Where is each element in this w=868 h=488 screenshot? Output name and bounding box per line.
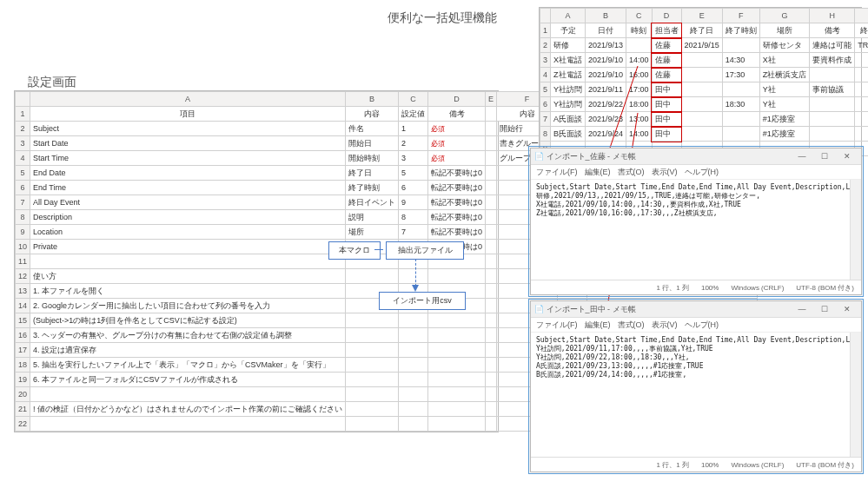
- cell[interactable]: Subject: [30, 122, 346, 136]
- cell[interactable]: [855, 127, 868, 142]
- text-area[interactable]: Subject,Start Date,Start Time,End Date,E…: [531, 333, 861, 457]
- header-cell[interactable]: 担当者: [652, 23, 681, 38]
- cell[interactable]: Y社訪問: [551, 97, 586, 112]
- cell[interactable]: [486, 151, 497, 166]
- column-header[interactable]: G: [759, 9, 810, 23]
- cell[interactable]: 13:00: [626, 112, 653, 127]
- cell[interactable]: 必須: [428, 136, 486, 151]
- cell[interactable]: [855, 53, 868, 68]
- header-cell[interactable]: 場所: [759, 23, 810, 38]
- row-header[interactable]: 2: [16, 122, 30, 136]
- column-header[interactable]: A: [30, 92, 346, 107]
- cell[interactable]: 2021/9/10: [586, 53, 626, 68]
- menu-view[interactable]: 表示(V): [652, 167, 678, 178]
- menu-file[interactable]: ファイル(F): [536, 167, 578, 178]
- row-header[interactable]: 9: [16, 225, 30, 240]
- header-cell[interactable]: 項目: [30, 107, 346, 122]
- header-cell[interactable]: 日付: [586, 23, 626, 38]
- cell[interactable]: [486, 417, 497, 432]
- menubar[interactable]: ファイル(F) 編集(E) 書式(O) 表示(V) ヘルプ(H): [531, 165, 861, 180]
- cell[interactable]: X社電話: [551, 53, 586, 68]
- row-header[interactable]: 19: [16, 373, 30, 387]
- column-header[interactable]: D: [652, 9, 681, 23]
- cell[interactable]: Y社: [759, 82, 810, 97]
- cell[interactable]: 14:00: [626, 53, 653, 68]
- data-spreadsheet[interactable]: ABCDEFGHIJK1予定日付時刻担当者終了日終了時刻場所備考終日非公開2研修…: [539, 7, 862, 157]
- cell[interactable]: [486, 358, 497, 373]
- column-header[interactable]: B: [586, 9, 626, 23]
- column-header[interactable]: B: [346, 92, 399, 107]
- cell[interactable]: [486, 181, 497, 195]
- cell[interactable]: [399, 358, 428, 373]
- cell[interactable]: 2021/9/15: [681, 38, 722, 53]
- cell[interactable]: [346, 387, 399, 402]
- row-header[interactable]: 1: [16, 107, 30, 122]
- cell[interactable]: [681, 97, 722, 112]
- cell[interactable]: [399, 373, 428, 387]
- cell[interactable]: [810, 68, 855, 82]
- menu-format[interactable]: 書式(O): [618, 320, 645, 331]
- cell[interactable]: [399, 417, 428, 432]
- cell[interactable]: [30, 387, 346, 402]
- row-header[interactable]: 6: [16, 181, 30, 195]
- row-header[interactable]: 11: [16, 254, 30, 269]
- cell[interactable]: 2021/9/23: [586, 112, 626, 127]
- row-header[interactable]: 8: [540, 127, 551, 142]
- cell[interactable]: 5. 抽出を実行したいファイル上で「表示」「マクロ」から「CSVMaker」を「…: [30, 358, 346, 373]
- row-header[interactable]: 18: [16, 358, 30, 373]
- cell[interactable]: [486, 225, 497, 240]
- cell[interactable]: TRUE: [855, 38, 868, 53]
- cell[interactable]: 2021/9/24: [586, 127, 626, 142]
- cell[interactable]: 2. Googleカレンダー用に抽出したい項目に合わせて列の番号を入力: [30, 299, 346, 313]
- cell[interactable]: 17:00: [626, 82, 653, 97]
- cell[interactable]: Location: [30, 225, 346, 240]
- row-header[interactable]: 13: [16, 284, 30, 299]
- cell[interactable]: 2021/9/10: [586, 68, 626, 82]
- maximize-button[interactable]: ☐: [814, 150, 835, 162]
- row-header[interactable]: 4: [540, 68, 551, 82]
- cell[interactable]: [399, 387, 428, 402]
- row-header[interactable]: 5: [540, 82, 551, 97]
- cell[interactable]: 佐藤: [652, 68, 681, 82]
- cell[interactable]: Start Time: [30, 151, 346, 166]
- cell[interactable]: [722, 112, 759, 127]
- scrollbar-vertical[interactable]: [850, 180, 861, 280]
- cell[interactable]: 転記不要時は0: [428, 225, 486, 240]
- row-header[interactable]: 20: [16, 387, 30, 402]
- cell[interactable]: 2: [399, 136, 428, 151]
- cell[interactable]: ! 値の検証（日付かどうかなど）はされませんのでインポート作業の前にご確認くださ…: [30, 402, 346, 417]
- cell[interactable]: 開始時刻: [346, 151, 399, 166]
- row-header[interactable]: 12: [16, 269, 30, 284]
- cell[interactable]: 開始日: [346, 136, 399, 151]
- menu-edit[interactable]: 編集(E): [585, 320, 611, 331]
- header-cell[interactable]: 予定: [551, 23, 586, 38]
- close-button[interactable]: ✕: [837, 150, 858, 162]
- cell[interactable]: 2021/9/22: [586, 97, 626, 112]
- cell[interactable]: [428, 402, 486, 417]
- titlebar[interactable]: 📄 インポート_田中 - メモ帳 — ☐ ✕: [531, 301, 861, 318]
- cell[interactable]: End Date: [30, 166, 346, 181]
- cell[interactable]: 8: [399, 210, 428, 225]
- cell[interactable]: Y社訪問: [551, 82, 586, 97]
- cell[interactable]: 18:00: [626, 97, 653, 112]
- cell[interactable]: [855, 68, 868, 82]
- column-header[interactable]: I: [855, 9, 868, 23]
- cell[interactable]: [486, 210, 497, 225]
- row-header[interactable]: 16: [16, 328, 30, 343]
- cell[interactable]: [486, 402, 497, 417]
- cell[interactable]: [681, 112, 722, 127]
- cell[interactable]: 田中: [652, 112, 681, 127]
- cell[interactable]: 6: [399, 181, 428, 195]
- cell[interactable]: B氏面談: [551, 127, 586, 142]
- cell[interactable]: [681, 53, 722, 68]
- menu-help[interactable]: ヘルプ(H): [685, 320, 719, 331]
- cell[interactable]: 転記不要時は0: [428, 195, 486, 210]
- cell[interactable]: #1応接室: [759, 127, 810, 142]
- titlebar[interactable]: 📄 インポート_佐藤 - メモ帳 — ☐ ✕: [531, 148, 861, 165]
- cell[interactable]: 研修センタ: [759, 38, 810, 53]
- row-header[interactable]: 6: [540, 97, 551, 112]
- column-header[interactable]: D: [428, 92, 486, 107]
- cell[interactable]: 14:30: [722, 53, 759, 68]
- menu-help[interactable]: ヘルプ(H): [685, 167, 719, 178]
- menu-view[interactable]: 表示(V): [652, 320, 678, 331]
